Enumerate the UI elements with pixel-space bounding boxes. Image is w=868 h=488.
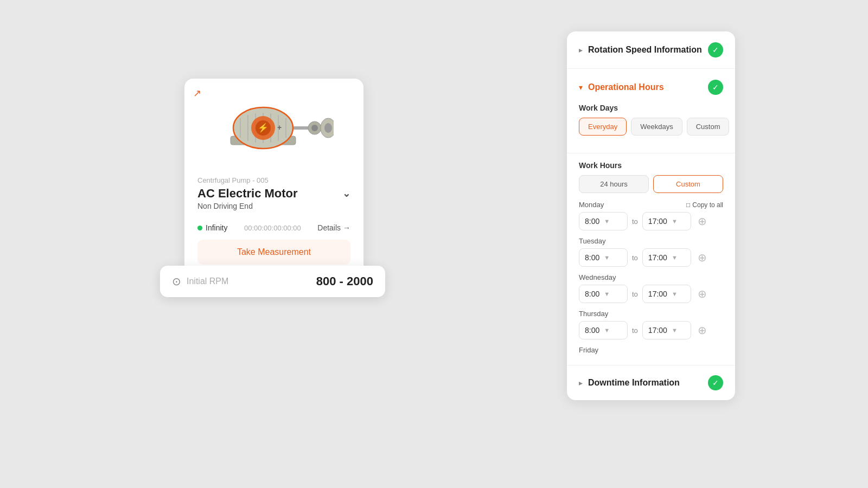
thursday-to-chevron: ▼ [672, 327, 678, 333]
downtime-section[interactable]: ▸ Downtime Information ✓ [567, 365, 735, 400]
friday-label: Friday [579, 346, 598, 354]
svg-rect-13 [293, 126, 309, 130]
work-days-label: Work Days [579, 104, 723, 112]
thursday-from-chevron: ▼ [604, 327, 610, 333]
right-panel: ▸ Rotation Speed Information ✓ ▾ Operati… [567, 31, 735, 400]
thursday-time-row: 8:00 ▼ to 17:00 ▼ ⊕ [579, 321, 723, 339]
tuesday-schedule: Tuesday 8:00 ▼ to 17:00 ▼ ⊕ [579, 237, 723, 267]
tuesday-from-select[interactable]: 8:00 ▼ [579, 248, 628, 267]
monday-to-label: to [632, 217, 638, 226]
monday-time-row: 8:00 ▼ to 17:00 ▼ ⊕ [579, 212, 723, 230]
tuesday-add-button[interactable]: ⊕ [698, 251, 707, 264]
monday-schedule: Monday □ Copy to all 8:00 ▼ to 17:00 ▼ ⊕ [579, 201, 723, 230]
tuesday-to-chevron: ▼ [672, 254, 678, 261]
monday-to-chevron: ▼ [672, 218, 678, 224]
monday-from-chevron: ▼ [604, 218, 610, 224]
rotation-speed-check: ✓ [708, 42, 723, 57]
motor-subtitle: Non Driving End [197, 202, 350, 210]
svg-text:+: + [277, 123, 282, 132]
wednesday-schedule: Wednesday 8:00 ▼ to 17:00 ▼ ⊕ [579, 273, 723, 303]
rotation-speed-section-header[interactable]: ▸ Rotation Speed Information ✓ [567, 31, 735, 69]
downtime-title: Downtime Information [588, 378, 680, 388]
operational-hours-header-left: ▾ Operational Hours [579, 82, 664, 92]
expand-icon[interactable]: ↗ [193, 87, 201, 99]
wednesday-label-row: Wednesday [579, 273, 723, 281]
motor-title-text: AC Electric Motor [197, 187, 298, 201]
operational-hours-chevron: ▾ [579, 83, 583, 92]
left-card: ↗ ⚡ + [184, 79, 363, 275]
downtime-header-left: ▸ Downtime Information [579, 378, 680, 388]
thursday-to-value: 17:00 [648, 326, 667, 335]
weekdays-button[interactable]: Weekdays [631, 118, 682, 136]
card-image-area: ↗ ⚡ + [184, 79, 363, 176]
operational-hours-section-header[interactable]: ▾ Operational Hours ✓ [567, 69, 735, 95]
tuesday-from-value: 8:00 [585, 253, 599, 262]
wednesday-from-chevron: ▼ [604, 291, 610, 297]
rpm-left: ⊙ Initial RPM [172, 275, 228, 288]
downtime-check: ✓ [708, 375, 723, 390]
thursday-add-button[interactable]: ⊕ [698, 324, 707, 337]
tuesday-from-chevron: ▼ [604, 254, 610, 261]
copy-icon: □ [686, 201, 690, 209]
friday-label-row: Friday [579, 346, 723, 354]
rotation-speed-header-left: ▸ Rotation Speed Information [579, 45, 702, 55]
thursday-from-value: 8:00 [585, 326, 599, 335]
monday-add-button[interactable]: ⊕ [698, 215, 707, 228]
monday-from-value: 8:00 [585, 217, 599, 226]
rotation-speed-title: Rotation Speed Information [588, 45, 702, 55]
tuesday-label: Tuesday [579, 237, 605, 245]
motor-chevron-down[interactable]: ⌄ [342, 188, 350, 200]
wednesday-to-select[interactable]: 17:00 ▼ [642, 285, 691, 303]
thursday-to-label: to [632, 326, 638, 335]
thursday-to-select[interactable]: 17:00 ▼ [642, 321, 691, 339]
rpm-card: ⊙ Initial RPM 800 - 2000 [160, 266, 385, 297]
custom-work-days-button[interactable]: Custom [687, 118, 730, 136]
everyday-button[interactable]: Everyday [579, 118, 627, 136]
wednesday-to-label: to [632, 290, 638, 298]
work-hours-section: Work Hours 24 hours Custom Monday □ Copy… [567, 153, 735, 365]
svg-point-17 [324, 123, 332, 133]
details-row: Infinity 00:00:00:00:00:00 Details → [184, 219, 363, 232]
rpm-value: 800 - 2000 [316, 274, 373, 288]
card-info: Centrfugal Pump - 005 AC Electric Motor … [184, 176, 363, 219]
friday-schedule: Friday [579, 346, 723, 354]
work-days-btn-group: Everyday Weekdays Custom [579, 118, 723, 136]
tuesday-to-label: to [632, 254, 638, 262]
take-measurement-button[interactable]: Take Measurement [197, 240, 350, 265]
operational-hours-check: ✓ [708, 80, 723, 95]
thursday-schedule: Thursday 8:00 ▼ to 17:00 ▼ ⊕ [579, 310, 723, 339]
rpm-label: Initial RPM [187, 277, 228, 286]
copy-all-label: Copy to all [692, 201, 723, 209]
work-hours-btn-group: 24 hours Custom [579, 175, 723, 193]
monday-label: Monday [579, 201, 604, 209]
wednesday-label: Wednesday [579, 273, 616, 281]
wednesday-from-value: 8:00 [585, 290, 599, 298]
motor-illustration: ⚡ + [214, 95, 334, 166]
tuesday-time-row: 8:00 ▼ to 17:00 ▼ ⊕ [579, 248, 723, 267]
thursday-from-select[interactable]: 8:00 ▼ [579, 321, 628, 339]
tuesday-label-row: Tuesday [579, 237, 723, 245]
pump-label: Centrfugal Pump - 005 [197, 176, 350, 184]
copy-to-all-button[interactable]: □ Copy to all [686, 201, 723, 209]
svg-text:⚡: ⚡ [258, 123, 269, 133]
thursday-label: Thursday [579, 310, 608, 318]
monday-to-select[interactable]: 17:00 ▼ [642, 212, 691, 230]
24-hours-button[interactable]: 24 hours [579, 175, 649, 193]
monday-from-select[interactable]: 8:00 ▼ [579, 212, 628, 230]
tuesday-to-select[interactable]: 17:00 ▼ [642, 248, 691, 267]
rotation-speed-chevron: ▸ [579, 46, 583, 54]
infinity-status: Infinity [197, 223, 227, 232]
work-hours-label: Work Hours [579, 161, 723, 170]
wednesday-from-select[interactable]: 8:00 ▼ [579, 285, 628, 303]
green-status-dot [197, 226, 202, 230]
monday-label-row: Monday □ Copy to all [579, 201, 723, 209]
custom-hours-button[interactable]: Custom [653, 175, 723, 193]
details-link[interactable]: Details → [317, 223, 350, 232]
svg-point-15 [311, 125, 318, 131]
operational-hours-title: Operational Hours [588, 82, 664, 92]
thursday-label-row: Thursday [579, 310, 723, 318]
wednesday-add-button[interactable]: ⊕ [698, 287, 707, 300]
wednesday-to-chevron: ▼ [672, 291, 678, 297]
downtime-chevron: ▸ [579, 378, 583, 387]
monday-to-value: 17:00 [648, 217, 667, 226]
